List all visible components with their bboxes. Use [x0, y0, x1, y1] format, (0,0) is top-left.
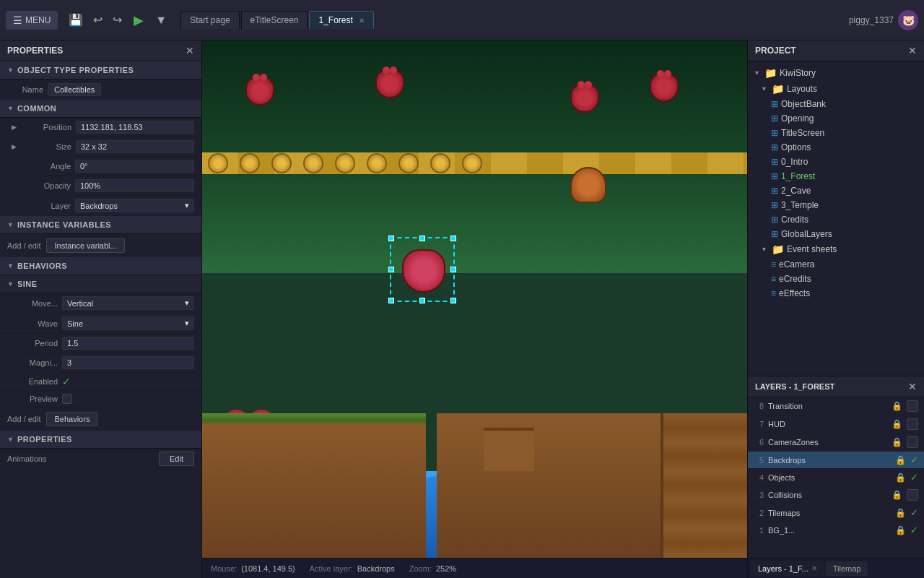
sine-enabled-checkbox[interactable]: ✓ — [62, 376, 71, 387]
tab-1forest[interactable]: 1_Forest ✕ — [309, 11, 374, 29]
opacity-value[interactable]: 100% — [75, 179, 194, 192]
angle-value[interactable]: 0° — [75, 160, 194, 173]
tree-layouts-label: Layouts — [787, 84, 817, 94]
layer-row-1[interactable]: 1 BG_1... 🔒 ✓ — [748, 522, 924, 539]
section-title-instance-vars: INSTANCE VARIABLES — [17, 220, 111, 229]
selection-handle-ml[interactable] — [388, 267, 394, 272]
tree-globallayers[interactable]: ⊞ GlobalLayers — [748, 227, 924, 241]
tree-label-objectbank: ObjectBank — [781, 99, 826, 109]
instance-vars-button[interactable]: Instance variabl... — [46, 238, 124, 253]
layer-check-5[interactable]: ✓ — [910, 454, 918, 465]
layer-row-2[interactable]: 2 Tilemaps 🔒 ✓ — [748, 504, 924, 522]
bug-sprite-4[interactable] — [650, 73, 679, 102]
layer-check-3[interactable] — [907, 489, 918, 501]
layer-row-6[interactable]: 6 CameraZones 🔒 — [748, 434, 924, 452]
layer-check-6[interactable] — [907, 436, 918, 448]
selection-handle-mr[interactable] — [450, 267, 456, 272]
section-behaviors[interactable]: ▼ BEHAVIORS — [0, 257, 201, 275]
tree-label-globallayers: GlobalLayers — [781, 229, 832, 239]
name-value[interactable]: Collectibles — [48, 83, 101, 96]
layer-row-5[interactable]: 5 Backdrops 🔒 ✓ — [748, 452, 924, 469]
user-area: piggy_1337 🐷 — [849, 10, 918, 30]
tree-opening[interactable]: ⊞ Opening — [748, 111, 924, 126]
sine-preview-checkbox[interactable] — [62, 394, 72, 404]
layer-row-3[interactable]: 3 Collisions 🔒 — [748, 486, 924, 504]
tree-objectbank[interactable]: ⊞ ObjectBank — [748, 97, 924, 111]
layer-check-4[interactable]: ✓ — [910, 472, 918, 483]
selection-handle-tl[interactable] — [388, 236, 394, 241]
tree-event-sheets[interactable]: ▼ 📁 Event sheets — [748, 241, 924, 257]
section-instance-vars[interactable]: ▼ INSTANCE VARIABLES — [0, 216, 201, 234]
redo-button[interactable]: ↪ — [109, 11, 126, 29]
selection-handle-bl[interactable] — [388, 298, 394, 303]
project-close-button[interactable]: ✕ — [908, 45, 917, 56]
layer-check-2[interactable]: ✓ — [910, 507, 918, 518]
anim-label: Animations — [7, 454, 154, 463]
tree-ecredits[interactable]: ≡ eCredits — [748, 272, 924, 286]
selected-bug-sprite[interactable] — [402, 249, 445, 293]
tree-3temple[interactable]: ⊞ 3_Temple — [748, 198, 924, 212]
tab-etitlescreen[interactable]: eTitleScreen — [241, 11, 308, 29]
character-sprite[interactable] — [570, 167, 606, 203]
anim-edit-button[interactable]: Edit — [159, 452, 194, 466]
bottom-tab-layers[interactable]: Layers - 1_F... ✕ — [751, 561, 824, 576]
tree-titlescreen[interactable]: ⊞ TitleScreen — [748, 126, 924, 140]
tab-start-page[interactable]: Start page — [180, 11, 239, 29]
section-object-type[interactable]: ▼ OBJECT TYPE PROPERTIES — [0, 61, 201, 79]
layout-icon-3temple: ⊞ — [771, 200, 778, 210]
section-sine[interactable]: ▼ SINE — [0, 275, 201, 293]
undo-button[interactable]: ↩ — [90, 11, 106, 29]
properties-close-button[interactable]: ✕ — [186, 45, 194, 56]
layer-name-2: Tilemaps — [768, 509, 891, 517]
layers-close-button[interactable]: ✕ — [908, 381, 917, 392]
selection-handle-tm[interactable] — [419, 236, 425, 241]
selection-handle-bm[interactable] — [419, 298, 425, 303]
tab-close-icon[interactable]: ✕ — [359, 17, 365, 25]
selected-object[interactable] — [390, 237, 455, 302]
sine-move-select[interactable]: Vertical ▾ — [62, 296, 194, 310]
tree-options[interactable]: ⊞ Options — [748, 140, 924, 155]
layer-row-7[interactable]: 7 HUD 🔒 — [748, 415, 924, 434]
game-scene[interactable] — [202, 40, 747, 558]
layer-check-1[interactable]: ✓ — [910, 525, 918, 535]
layer-row-8[interactable]: 8 Transition 🔒 — [748, 397, 924, 415]
selection-handle-br[interactable] — [450, 298, 456, 303]
tree-2cave[interactable]: ⊞ 2_Cave — [748, 184, 924, 198]
circle-deco — [462, 153, 482, 173]
section-common[interactable]: ▼ COMMON — [0, 100, 201, 118]
menu-button[interactable]: ☰ MENU — [6, 11, 58, 30]
sine-magni-value[interactable]: 3 — [62, 356, 194, 369]
bottom-tab-tilemap[interactable]: Tilemap — [826, 561, 868, 576]
layout-icon-0intro: ⊞ — [771, 157, 778, 167]
tree-0intro[interactable]: ⊞ 0_Intro — [748, 155, 924, 169]
play-dropdown-button[interactable]: ▼ — [152, 12, 170, 29]
tree-layouts[interactable]: ▼ 📁 Layouts — [748, 81, 924, 97]
layer-check-8[interactable] — [907, 400, 918, 412]
layer-select[interactable]: Backdrops ▾ — [75, 199, 194, 212]
selection-handle-tr[interactable] — [450, 236, 456, 241]
add-behaviors-button[interactable]: Behaviors — [46, 412, 97, 426]
layer-row-4[interactable]: 4 Objects 🔒 ✓ — [748, 469, 924, 486]
tree-root[interactable]: ▼ 📁 KiwiStory — [748, 65, 924, 81]
position-value[interactable]: 1132.181, 118.53 — [76, 121, 194, 134]
bug-sprite-2[interactable] — [375, 69, 404, 98]
section-properties-sub[interactable]: ▼ PROPERTIES — [0, 431, 201, 449]
tree-1forest[interactable]: ⊞ 1_Forest — [748, 169, 924, 184]
canvas-content[interactable] — [202, 40, 747, 558]
save-button[interactable]: 💾 — [65, 11, 87, 29]
sine-move-dropdown-icon: ▾ — [185, 298, 189, 308]
play-button[interactable]: ▶ — [130, 10, 147, 30]
size-value[interactable]: 32 x 32 — [76, 140, 194, 153]
layer-check-7[interactable] — [907, 418, 918, 430]
lock-icon-4: 🔒 — [895, 473, 906, 483]
bottom-tab-close-icon[interactable]: ✕ — [811, 564, 817, 572]
bug-sprite-1[interactable] — [245, 77, 274, 105]
tree-credits[interactable]: ⊞ Credits — [748, 212, 924, 227]
bottom-tabs: Layers - 1_F... ✕ Tilemap — [748, 558, 924, 578]
tree-eeffects[interactable]: ≡ eEffects — [748, 286, 924, 301]
bug-sprite-3[interactable] — [570, 84, 599, 113]
sine-period-value[interactable]: 1.5 — [62, 337, 194, 350]
tree-event-sheets-label: Event sheets — [787, 244, 837, 254]
tree-ecamera[interactable]: ≡ eCamera — [748, 257, 924, 272]
sine-wave-select[interactable]: Sine ▾ — [62, 316, 194, 330]
